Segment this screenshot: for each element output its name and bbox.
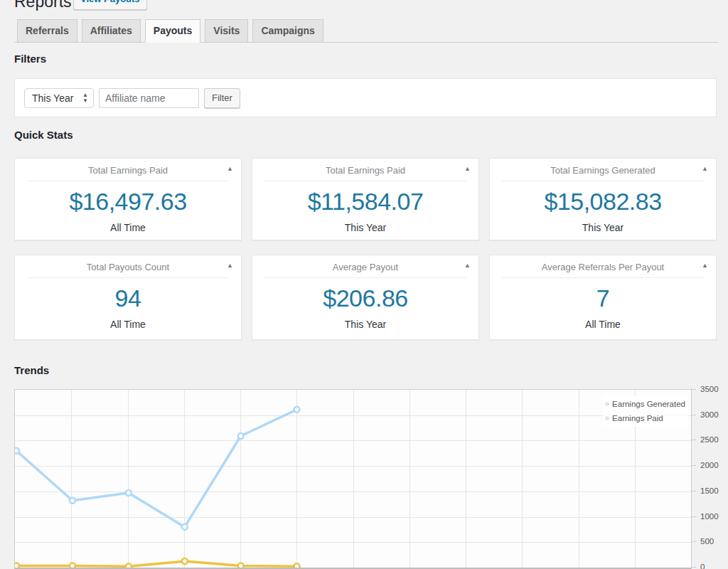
stat-card-title: Average Referrals Per Payout xyxy=(490,255,716,277)
date-range-select[interactable]: This Year ▲▼ xyxy=(24,88,94,108)
page-title: Reports xyxy=(14,0,72,13)
y-axis-tick-mark xyxy=(692,465,696,466)
stat-card-value: $15,082.83 xyxy=(490,181,716,216)
collapse-triangle-icon[interactable]: ▲ xyxy=(227,262,233,269)
stat-card-period: All Time xyxy=(15,216,241,233)
stat-card-average-referrals-per-payout: Average Referrals Per Payout ▲ 7 All Tim… xyxy=(489,255,717,340)
filter-button[interactable]: Filter xyxy=(204,88,240,108)
stat-card-title: Total Earnings Paid xyxy=(15,159,241,181)
stat-card-period: This Year xyxy=(252,216,478,233)
quick-stats-grid: Total Earnings Paid ▲ $16,497.63 All Tim… xyxy=(14,158,717,340)
legend-row-earnings-paid: Earnings Paid xyxy=(606,411,685,425)
legend-swatch-blue-icon xyxy=(606,417,609,420)
stat-card-title: Average Payout xyxy=(252,255,478,277)
tab-campaigns[interactable]: Campaigns xyxy=(252,19,323,43)
trends-chart-canvas xyxy=(15,390,691,568)
chart-legend: Earnings Generated Earnings Paid xyxy=(603,395,688,427)
stat-card-period: This Year xyxy=(252,312,478,330)
filters-panel: This Year ▲▼ Filter xyxy=(14,78,717,117)
collapse-triangle-icon[interactable]: ▲ xyxy=(464,166,471,172)
trends-chart: Earnings Generated Earnings Paid xyxy=(14,389,692,569)
collapse-triangle-icon[interactable]: ▲ xyxy=(702,262,708,269)
reports-page: Reports View Payouts Referrals Affiliate… xyxy=(0,0,728,569)
legend-swatch-yellow-icon xyxy=(606,403,609,405)
view-payouts-button[interactable]: View Payouts xyxy=(73,0,147,10)
legend-label: Earnings Generated xyxy=(612,400,685,408)
y-axis-tick: 3500 xyxy=(700,385,719,393)
stat-card-average-payout: Average Payout ▲ $206.86 This Year xyxy=(252,255,479,340)
stat-card-period: All Time xyxy=(490,312,716,330)
y-axis-tick-mark xyxy=(692,516,696,517)
stat-card-total-earnings-paid-year: Total Earnings Paid ▲ $11,584.07 This Ye… xyxy=(252,158,479,240)
legend-row-earnings-generated: Earnings Generated xyxy=(606,397,685,411)
stat-card-title: Total Earnings Generated xyxy=(490,159,716,181)
stat-card-total-payouts-count: Total Payouts Count ▲ 94 All Time xyxy=(14,255,242,340)
collapse-triangle-icon[interactable]: ▲ xyxy=(464,262,471,269)
stat-card-total-earnings-generated: Total Earnings Generated ▲ $15,082.83 Th… xyxy=(489,158,717,240)
legend-label: Earnings Paid xyxy=(612,414,663,422)
y-axis-tick: 1000 xyxy=(700,512,719,521)
chart-y-axis-labels: 3500300025002000150010005000 xyxy=(700,389,724,569)
stat-card-period: All Time xyxy=(15,312,241,330)
stat-card-period: This Year xyxy=(490,216,716,233)
y-axis-tick-mark xyxy=(692,440,696,440)
tab-payouts[interactable]: Payouts xyxy=(145,19,200,43)
filters-heading: Filters xyxy=(14,53,46,65)
y-axis-tick: 0 xyxy=(700,563,705,569)
stat-card-total-earnings-paid-alltime: Total Earnings Paid ▲ $16,497.63 All Tim… xyxy=(14,158,242,240)
date-range-value: This Year xyxy=(32,92,73,104)
y-axis-tick: 2500 xyxy=(700,435,719,444)
trends-heading: Trends xyxy=(14,364,49,376)
collapse-triangle-icon[interactable]: ▲ xyxy=(227,166,233,172)
stat-card-value: 7 xyxy=(490,278,716,312)
y-axis-tick-mark xyxy=(692,541,696,542)
y-axis-tick: 2000 xyxy=(700,461,719,469)
affiliate-name-input[interactable] xyxy=(99,88,199,108)
stat-card-title: Total Earnings Paid xyxy=(252,159,478,181)
collapse-triangle-icon[interactable]: ▲ xyxy=(702,166,708,172)
y-axis-tick: 500 xyxy=(700,537,714,546)
y-axis-tick: 1500 xyxy=(700,486,719,495)
stat-card-value: $11,584.07 xyxy=(252,181,478,216)
stat-card-value: $16,497.63 xyxy=(15,181,241,216)
y-axis-tick-mark xyxy=(692,389,696,390)
stat-card-value: $206.86 xyxy=(252,278,478,312)
y-axis-tick-mark xyxy=(692,491,696,491)
y-axis-tick-mark xyxy=(692,567,696,568)
stat-card-title: Total Payouts Count xyxy=(15,255,241,277)
stat-card-value: 94 xyxy=(15,278,241,312)
y-axis-tick-mark xyxy=(692,415,696,415)
tab-visits[interactable]: Visits xyxy=(205,19,248,43)
tab-referrals[interactable]: Referrals xyxy=(17,19,77,43)
y-axis-tick: 3000 xyxy=(700,410,719,419)
tab-affiliates[interactable]: Affiliates xyxy=(82,19,141,43)
select-updown-icon: ▲▼ xyxy=(82,92,88,104)
quick-stats-heading: Quick Stats xyxy=(14,129,73,141)
report-tabs: Referrals Affiliates Payouts Visits Camp… xyxy=(14,19,718,43)
